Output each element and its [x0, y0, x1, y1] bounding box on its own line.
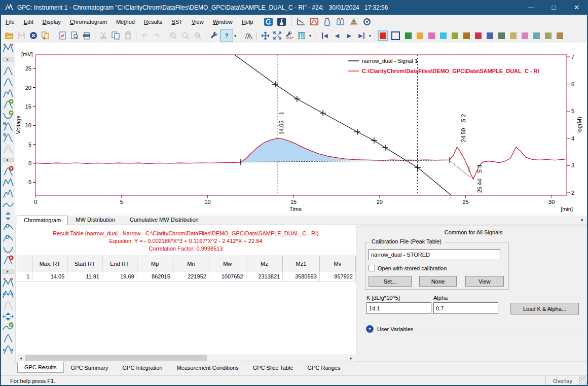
group-peaks-icon[interactable]: [2, 143, 15, 154]
toolbar-handle[interactable]: [2, 54, 15, 65]
split-peaks-icon[interactable]: [2, 43, 15, 54]
column-header-Max. RT[interactable]: Max. RT: [32, 256, 67, 271]
btab-gpc-ranges[interactable]: GPC Ranges: [301, 362, 348, 373]
table-cell[interactable]: 1: [17, 271, 32, 282]
chevron-down-icon[interactable]: ▾: [366, 325, 374, 333]
print-button[interactable]: [81, 29, 93, 42]
menu-item-chromatogram[interactable]: Chromatogram: [65, 16, 112, 27]
menu-item-view[interactable]: View: [187, 16, 208, 27]
chromatogram-chart[interactable]: [mV] Voltage log(M) Time [min] 051015202…: [15, 43, 587, 216]
signal-color-swatch-5[interactable]: [463, 32, 470, 39]
table-cell[interactable]: 221952: [173, 271, 209, 282]
instrument-icon[interactable]: [276, 16, 287, 27]
menu-item-display[interactable]: Display: [38, 16, 65, 27]
single-analysis-icon[interactable]: [321, 16, 333, 27]
column-header-row[interactable]: [17, 256, 32, 271]
add-valley-icon[interactable]: [2, 110, 15, 121]
signal-color-swatch-4[interactable]: [452, 32, 458, 39]
gpc-result-table[interactable]: Max. RTStart RTEnd RTMpMnMwMzMz1Mv114.05…: [17, 256, 356, 282]
paste-button[interactable]: [122, 29, 134, 42]
toolbar-handle[interactable]: [2, 154, 15, 165]
scroll-thumb[interactable]: [25, 355, 207, 361]
negative-peak-icon[interactable]: N: [2, 121, 15, 132]
signal-color-swatch-7[interactable]: [487, 32, 493, 39]
audit-trail-icon[interactable]: [361, 16, 373, 27]
next-chromatogram-button[interactable]: ▶: [343, 29, 355, 42]
context-help-button[interactable]: ?: [220, 29, 233, 42]
zoom-out-button[interactable]: [167, 29, 179, 42]
active-signal-color-swatch[interactable]: [380, 32, 386, 39]
maximize-button[interactable]: □: [542, 0, 565, 15]
btab-gpc-slice-table[interactable]: GPC Slice Table: [246, 362, 301, 373]
threshold-lambda-icon[interactable]: [2, 333, 15, 344]
undo-button[interactable]: ↶: [138, 29, 151, 42]
set-button[interactable]: Set...: [369, 276, 412, 287]
btab-measurement-conditions[interactable]: Measurement Conditions: [169, 362, 245, 373]
reject-peak-icon[interactable]: [2, 165, 15, 177]
load-k-alpha-button[interactable]: Load K & Alpha...: [510, 303, 579, 314]
reject-integration-icon[interactable]: [2, 255, 15, 266]
ttab-cumulative-mw-distribution[interactable]: Cumulative MW Distribution: [123, 215, 206, 225]
view-dropdown[interactable]: ▾: [308, 29, 313, 42]
step-baseline-icon[interactable]: [2, 199, 15, 210]
calibration-window-icon[interactable]: [295, 16, 307, 27]
calibration-file-input[interactable]: [369, 249, 500, 260]
open-button[interactable]: [3, 29, 15, 42]
horizontal-scrollbar[interactable]: ◂ ▸: [17, 355, 355, 361]
table-row[interactable]: 114.0511.9119.69862015221952100765223138…: [17, 271, 356, 282]
table-cell[interactable]: 2313821: [246, 271, 283, 282]
valley-to-valley-icon[interactable]: [2, 210, 15, 221]
print-preview-button[interactable]: [68, 29, 81, 42]
ttab-mw-distribution[interactable]: MW Distribution: [68, 215, 122, 225]
locked-peak-icon[interactable]: [2, 299, 15, 310]
btab-gpc-summary[interactable]: GPC Summary: [64, 362, 116, 373]
tab-list-dropdown[interactable]: ▼: [580, 218, 584, 223]
menu-item-sst[interactable]: SST: [167, 16, 187, 27]
scroll-left-arrow[interactable]: ◂: [17, 355, 24, 361]
signal-color-swatch-1[interactable]: [417, 32, 423, 39]
signal-color-swatch-8[interactable]: [498, 32, 505, 39]
overlapping-peaks-icon[interactable]: [2, 177, 15, 188]
clamp-peaks-icon[interactable]: [2, 288, 15, 299]
save-button[interactable]: [15, 29, 27, 42]
redo-button[interactable]: ↷: [151, 29, 163, 42]
column-header-Mp[interactable]: Mp: [137, 256, 173, 271]
table-cell[interactable]: 862015: [137, 271, 173, 282]
btab-gpc-results[interactable]: GPC Results: [17, 362, 64, 373]
zoom-reset-button[interactable]: [179, 29, 192, 42]
close-file-button[interactable]: [27, 29, 40, 42]
signal-color-swatch-11[interactable]: [533, 32, 540, 39]
table-cell[interactable]: 19.69: [102, 271, 137, 282]
chromatogram-window-icon[interactable]: [308, 16, 320, 27]
solvent-peak-icon[interactable]: S: [2, 132, 15, 143]
peak-end-icon[interactable]: [2, 76, 15, 87]
peak-width-icon[interactable]: [2, 310, 15, 322]
properties-button[interactable]: [208, 29, 220, 42]
column-header-Mn[interactable]: Mn: [173, 256, 209, 271]
overlay-signals-button[interactable]: [242, 29, 254, 42]
close-button[interactable]: ✕: [565, 0, 588, 15]
table-cell[interactable]: 857922: [319, 271, 355, 282]
pan-button[interactable]: [259, 29, 271, 42]
menu-item-file[interactable]: File: [1, 16, 19, 27]
minimize-button[interactable]: —: [520, 0, 542, 15]
add-peak-icon[interactable]: [2, 98, 15, 110]
signal-color-swatch-10[interactable]: [522, 32, 528, 39]
signal-color-swatch-0[interactable]: [405, 32, 412, 39]
resize-grip[interactable]: [580, 376, 588, 386]
report-button[interactable]: [56, 29, 68, 42]
table-cell[interactable]: 14.05: [32, 271, 67, 282]
clarity-app-icon[interactable]: [263, 16, 274, 27]
btab-gpc-integration[interactable]: GPC Integration: [116, 362, 170, 373]
table-cell[interactable]: 11.91: [67, 271, 102, 282]
ttab-chromatogram[interactable]: Chromatogram: [17, 216, 68, 225]
table-cell[interactable]: 3580593: [283, 271, 320, 282]
import-export-button[interactable]: [40, 29, 52, 42]
signal-color-swatch-6[interactable]: [475, 32, 482, 39]
copy-button[interactable]: [109, 29, 122, 42]
signal-color-swatch-3[interactable]: [440, 32, 447, 39]
column-header-Mz1[interactable]: Mz1: [283, 256, 320, 271]
result-table-button[interactable]: [296, 29, 308, 42]
table-cell[interactable]: 1007652: [209, 271, 246, 282]
first-chromatogram-button[interactable]: ◀: [317, 29, 331, 42]
